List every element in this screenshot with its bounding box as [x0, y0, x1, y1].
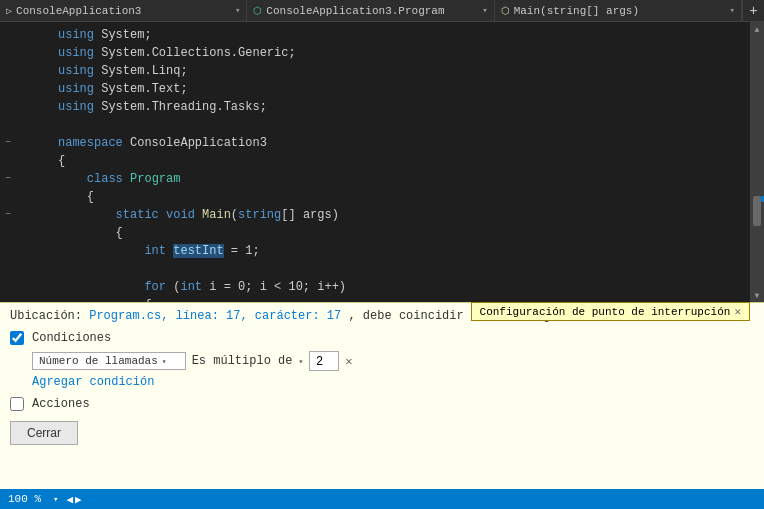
class-dropdown-arrow: ▾ — [482, 5, 487, 16]
method-label: Main(string[] args) — [514, 5, 639, 17]
close-button[interactable]: Cerrar — [10, 421, 78, 445]
actions-row: Acciones — [0, 393, 764, 415]
call-count-label: Número de llamadas — [39, 355, 158, 367]
scroll-left-button[interactable]: ◀ — [66, 493, 73, 506]
vertical-scrollbar[interactable]: ▲ ▼ — [750, 22, 764, 302]
method-dropdown-arrow: ▾ — [730, 5, 735, 16]
breakpoint-tooltip-close[interactable]: ✕ — [734, 305, 741, 318]
breakpoint-config-panel: Configuración de punto de interrupción ✕… — [0, 302, 764, 509]
code-line-3: using System.Linq; — [54, 62, 750, 80]
code-line-13: int testInt = 1; — [54, 242, 750, 260]
status-bar: 100 % ▾ ◀ ▶ — [0, 489, 764, 509]
add-tab-button[interactable]: + — [742, 0, 764, 22]
project-dropdown-arrow: ▾ — [235, 5, 240, 16]
zoom-level: 100 % — [8, 493, 41, 505]
code-line-7: namespace ConsoleApplication3 — [54, 134, 750, 152]
conditions-checkbox[interactable] — [10, 331, 24, 345]
project-label: ConsoleApplication3 — [16, 5, 141, 17]
multiple-value-input[interactable] — [309, 351, 339, 371]
equals-label: Es múltiplo de — [192, 354, 293, 368]
code-line-9: class Program — [54, 170, 750, 188]
top-navigation-bar: ▷ ConsoleApplication3 ▾ ⬡ ConsoleApplica… — [0, 0, 764, 22]
location-prefix: Ubicación: — [10, 309, 82, 323]
class-icon: ⬡ — [253, 5, 262, 17]
remove-condition-button[interactable]: ✕ — [345, 354, 352, 369]
class-selector[interactable]: ⬡ ConsoleApplication3.Program ▾ — [247, 0, 494, 21]
code-line-10: { — [54, 188, 750, 206]
location-link[interactable]: Program.cs, línea: 17, carácter: 17 — [89, 309, 341, 323]
conditions-label: Condiciones — [32, 331, 111, 345]
zoom-dropdown-arrow[interactable]: ▾ — [53, 494, 58, 505]
code-editor: − − − — [0, 22, 764, 302]
scroll-down-button[interactable]: ▼ — [750, 288, 764, 302]
conditions-row: Condiciones — [0, 327, 764, 349]
code-line-6 — [54, 116, 750, 134]
code-line-2: using System.Collections.Generic; — [54, 44, 750, 62]
line-numbers — [16, 22, 54, 302]
breakpoint-tooltip: Configuración de punto de interrupción ✕ — [471, 302, 750, 321]
collapse-icon-1[interactable]: − — [0, 134, 16, 152]
code-line-11: static void Main(string[] args) — [54, 206, 750, 224]
code-line-8: { — [54, 152, 750, 170]
call-count-dropdown[interactable]: Número de llamadas ▾ — [32, 352, 186, 370]
add-condition-link[interactable]: Agregar condición — [0, 375, 764, 393]
collapse-icon-2[interactable]: − — [0, 170, 16, 188]
actions-checkbox[interactable] — [10, 397, 24, 411]
actions-label: Acciones — [32, 397, 90, 411]
method-selector[interactable]: ⬡ Main(string[] args) ▾ — [495, 0, 742, 21]
filter-dropdown-arrow: ▾ — [298, 357, 303, 366]
scroll-up-button[interactable]: ▲ — [750, 22, 764, 36]
scroll-nav: ◀ ▶ — [66, 493, 81, 506]
method-icon: ⬡ — [501, 5, 510, 17]
code-content[interactable]: using System; using System.Collections.G… — [54, 22, 750, 302]
collapse-icon-3[interactable]: − — [0, 206, 16, 224]
scrollbar-track[interactable] — [750, 36, 764, 288]
call-count-arrow: ▾ — [162, 357, 167, 366]
code-line-14 — [54, 260, 750, 278]
code-line-4: using System.Text; — [54, 80, 750, 98]
code-line-15: for (int i = 0; i < 10; i++) — [54, 278, 750, 296]
collapse-column: − − − — [0, 22, 16, 302]
code-line-12: { — [54, 224, 750, 242]
code-line-1: using System; — [54, 26, 750, 44]
scrollbar-thumb[interactable] — [753, 196, 761, 226]
project-icon: ▷ — [6, 5, 12, 17]
scroll-right-button[interactable]: ▶ — [75, 493, 82, 506]
project-selector[interactable]: ▷ ConsoleApplication3 ▾ — [0, 0, 247, 21]
code-line-5: using System.Threading.Tasks; — [54, 98, 750, 116]
class-label: ConsoleApplication3.Program — [266, 5, 444, 17]
filter-row: Número de llamadas ▾ Es múltiplo de ▾ ✕ — [0, 349, 764, 375]
breakpoint-tooltip-label: Configuración de punto de interrupción — [480, 306, 731, 318]
